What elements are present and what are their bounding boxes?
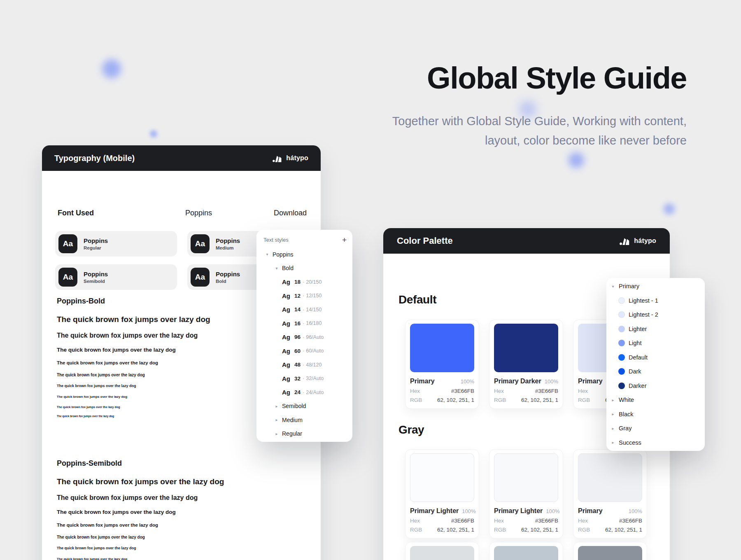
font-tile-weight: Bold	[216, 279, 240, 284]
text-style-item[interactable]: Ag 14 · 14/150	[256, 303, 352, 317]
swatch-name: Primary Lighter	[410, 507, 459, 515]
tree-item-bold[interactable]: ▾ Bold	[256, 261, 352, 275]
text-style-item[interactable]: Ag 18 · 20/150	[256, 275, 352, 289]
color-item-label: Darker	[629, 383, 647, 389]
specimen-heading: Poppins-Bold	[57, 297, 210, 306]
style-separator: ·	[303, 320, 304, 326]
tree-item-label: Poppins	[273, 251, 294, 258]
tree-item-semibold[interactable]: ▸ Semibold	[256, 399, 352, 413]
color-group-success[interactable]: ▸ Success	[606, 436, 705, 450]
hero-section: Global Style Guide Together with Global …	[392, 61, 687, 150]
color-dot	[618, 368, 625, 375]
tree-item-label: Regular	[282, 430, 302, 437]
caret-right-icon[interactable]: ▸	[274, 404, 279, 408]
specimen-line: The quick brown fox jumps over the lazy …	[57, 509, 224, 516]
tree-item-medium[interactable]: ▸ Medium	[256, 413, 352, 427]
font-tile-name: Poppins	[216, 271, 240, 278]
color-item-lightest-1[interactable]: Lightest - 1	[606, 294, 705, 308]
text-style-item[interactable]: Ag 32 · 32/Auto	[256, 372, 352, 386]
text-style-item[interactable]: Ag 12 · 12/150	[256, 289, 352, 303]
color-group-primary[interactable]: ▾ Primary	[606, 279, 705, 294]
color-item-dark[interactable]: Dark	[606, 364, 705, 379]
style-sample: Ag	[282, 389, 290, 396]
tree-item-poppins[interactable]: ▾ Poppins	[256, 247, 352, 261]
color-item-lighter[interactable]: Lighter	[606, 322, 705, 336]
specimen-line: The quick brown fox jumps over the lazy …	[57, 534, 224, 540]
page-subtitle-line1: Together with Global Style Guide, Workin…	[392, 112, 687, 131]
specimen-line: The quick brown fox jumps over the lazy …	[57, 372, 210, 378]
caret-down-icon[interactable]: ▾	[265, 252, 270, 257]
color-item-light[interactable]: Light	[606, 336, 705, 350]
caret-down-icon[interactable]: ▾	[611, 284, 615, 289]
style-size: 24	[294, 389, 301, 395]
hex-label: Hex	[494, 518, 504, 524]
color-palette-card-title: Color Palette	[397, 236, 453, 246]
font-sample-icon: Aa	[191, 268, 210, 287]
style-size: 48	[294, 362, 301, 368]
color-item-label: Lighter	[629, 326, 647, 332]
text-style-item[interactable]: Ag 60 · 60/Auto	[256, 344, 352, 358]
font-name-label: Poppins	[185, 209, 212, 217]
specimen-line: The quick brown fox jumps over the lazy …	[57, 395, 210, 399]
page-subtitle: Together with Global Style Guide, Workin…	[392, 112, 687, 150]
text-style-item[interactable]: Ag 96 · 96/Auto	[256, 330, 352, 344]
caret-right-icon[interactable]: ▸	[611, 412, 615, 416]
caret-right-icon[interactable]: ▸	[611, 440, 615, 445]
color-item-default[interactable]: Default	[606, 350, 705, 365]
specimen-line: The quick brown fox jumps over the lazy …	[57, 522, 224, 528]
specimen-heading: Poppins-Semibold	[57, 459, 224, 468]
caret-down-icon[interactable]: ▾	[274, 266, 279, 271]
style-sample: Ag	[282, 320, 290, 327]
color-item-label: Lightest - 2	[629, 311, 658, 318]
specimen-line: The quick brown fox jumps over the lazy …	[57, 494, 224, 502]
color-list-panel: ▾ Primary Lightest - 1 Lightest - 2 Ligh…	[606, 278, 705, 451]
color-group-white[interactable]: ▸ White	[606, 393, 705, 407]
tree-item-label: Medium	[282, 417, 303, 423]
text-style-item[interactable]: Ag 16 · 16/180	[256, 317, 352, 331]
style-sample: Ag	[282, 334, 290, 341]
style-size: 16	[294, 320, 301, 327]
style-detail: 32/Auto	[306, 376, 324, 381]
style-sample: Ag	[282, 348, 290, 355]
color-dot	[618, 354, 625, 361]
hex-value: #3E66FB	[451, 388, 474, 394]
style-sample: Ag	[282, 306, 290, 313]
font-tile-name: Poppins	[84, 237, 108, 244]
specimen-section-semibold: Poppins-Semibold The quick brown fox jum…	[57, 459, 224, 560]
color-swatch	[494, 324, 558, 372]
rgb-value: 62, 102, 251, 1	[437, 397, 474, 403]
caret-right-icon[interactable]: ▸	[611, 426, 615, 431]
color-swatch	[494, 546, 558, 560]
download-link[interactable]: Download	[274, 209, 307, 217]
swatch-card	[405, 542, 479, 560]
hex-label: Hex	[578, 388, 588, 394]
style-size: 96	[294, 334, 301, 340]
rgb-value: 62, 102, 251, 1	[521, 527, 558, 533]
hex-value: #3E66FB	[535, 518, 558, 524]
caret-right-icon[interactable]: ▸	[274, 432, 279, 436]
color-dot	[618, 311, 625, 318]
text-style-item[interactable]: Ag 48 · 48/120	[256, 358, 352, 372]
color-item-label: Dark	[629, 368, 641, 375]
color-group-label: Black	[619, 411, 633, 418]
text-style-item[interactable]: Ag 24 · 24/Auto	[256, 385, 352, 399]
add-style-button[interactable]: +	[342, 236, 347, 244]
specimen-line: The quick brown fox jumps over the lazy …	[57, 360, 210, 366]
text-styles-tree: ▾ Poppins ▾ Bold Ag 18 · 20/150 Ag 12 · …	[256, 247, 352, 441]
text-styles-panel-title: Text styles	[263, 237, 289, 243]
color-item-lightest-2[interactable]: Lightest - 2	[606, 308, 705, 322]
style-detail: 14/150	[306, 307, 322, 313]
swatch-card-primary-lighter: Primary Lighter 100% Hex #3E66FB RGB 62,…	[405, 449, 479, 539]
brand-logo: hátypo	[273, 154, 308, 162]
style-separator: ·	[303, 307, 304, 313]
tree-item-regular[interactable]: ▸ Regular	[256, 427, 352, 441]
color-group-gray[interactable]: ▸ Gray	[606, 421, 705, 436]
color-swatch	[578, 546, 642, 560]
color-item-darker[interactable]: Darker	[606, 379, 705, 393]
text-styles-panel-header: Text styles +	[256, 230, 352, 244]
color-group-black[interactable]: ▸ Black	[606, 407, 705, 422]
swatch-name: Primary	[578, 378, 603, 385]
caret-right-icon[interactable]: ▸	[274, 418, 279, 422]
color-item-label: Default	[629, 354, 648, 361]
caret-right-icon[interactable]: ▸	[611, 398, 615, 402]
